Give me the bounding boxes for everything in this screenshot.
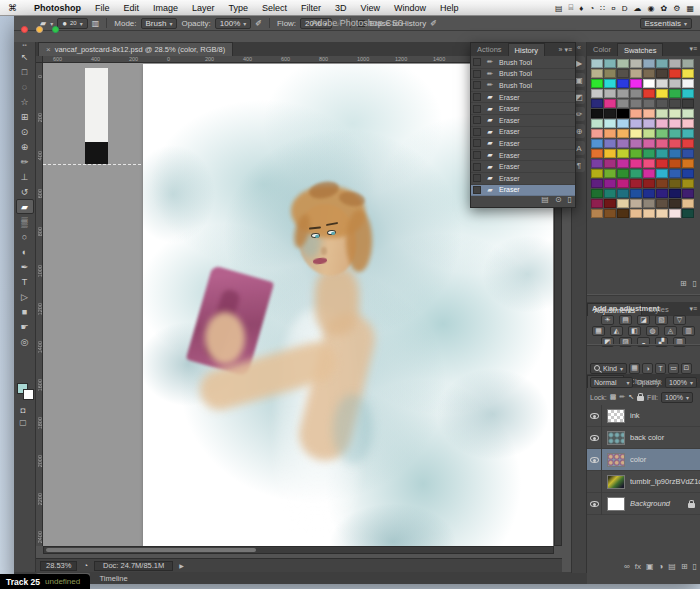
color-swatch[interactable] [591,79,603,88]
color-swatch[interactable] [630,199,642,208]
color-swatch[interactable] [604,139,616,148]
path-selection-tool[interactable]: ▷ [16,289,34,304]
layer-visibility-toggle[interactable] [587,427,602,449]
color-swatch[interactable] [682,179,694,188]
d-icon[interactable]: D [622,4,628,13]
color-swatch[interactable] [617,99,629,108]
color-swatch[interactable] [656,109,668,118]
move-tool[interactable]: ↖ [16,49,34,64]
color-swatch[interactable] [656,99,668,108]
color-swatch[interactable] [617,59,629,68]
color-swatch[interactable] [682,149,694,158]
lock-position-icon[interactable]: ↖ [628,393,634,401]
vertical-ruler[interactable]: 0200400600800100012001400160018002000220… [36,63,43,546]
brush-tool[interactable]: ✏ [16,154,34,169]
layer-visibility-toggle[interactable] [587,471,602,493]
new-swatch-icon[interactable]: ⊞ [680,279,687,288]
history-source-checkbox[interactable] [473,58,481,66]
filter-adjustment-icon[interactable]: ◑ [642,363,653,374]
shape-tool[interactable]: ■ [16,304,34,319]
color-swatch[interactable] [643,199,655,208]
hue-saturation-icon[interactable]: ▦ [592,326,605,336]
history-source-checkbox[interactable] [473,70,481,78]
color-swatch[interactable] [669,89,681,98]
color-swatch[interactable] [656,139,668,148]
menu-3d[interactable]: 3D [328,3,354,13]
layer-thumbnail[interactable] [607,475,625,489]
color-swatch[interactable] [656,169,668,178]
color-swatch[interactable] [669,169,681,178]
menu-filter[interactable]: Filter [294,3,328,13]
history-source-checkbox[interactable] [473,139,481,147]
document-tab[interactable]: × vancaf_postcard-8x12.psd @ 28.5% (colo… [38,42,233,56]
color-swatch[interactable] [643,179,655,188]
color-swatch[interactable] [682,129,694,138]
color-swatch[interactable] [591,109,603,118]
flower-icon[interactable]: ✿ [661,4,668,13]
adjustment-layer-icon[interactable]: ◑ [658,562,663,571]
color-swatch[interactable] [656,159,668,168]
history-state[interactable]: ✏Brush Tool [471,69,575,81]
swatches-panel-menu-icon[interactable]: ▾≡ [689,45,697,53]
layer-row[interactable]: tumblr_lp90rzBVdZ1qfw6... [587,471,700,493]
eyedropper-tool[interactable]: ⊙ [16,124,34,139]
color-swatch[interactable] [604,79,616,88]
color-swatch[interactable] [656,69,668,78]
color-swatch[interactable] [656,129,668,138]
menu-select[interactable]: Select [255,3,294,13]
history-source-checkbox[interactable] [473,128,481,136]
apple-menu-icon[interactable]: ⌘ [8,3,17,13]
history-source-checkbox[interactable] [473,163,481,171]
new-document-from-state-icon[interactable]: ▤ [541,195,549,204]
delete-state-icon[interactable]: ▯ [568,195,572,204]
color-swatch[interactable] [630,109,642,118]
color-swatch[interactable] [604,169,616,178]
swatches-tab-swatches[interactable]: Swatches [617,43,664,56]
layer-visibility-toggle[interactable] [587,449,602,471]
menu-layer[interactable]: Layer [185,3,222,13]
crop-tool[interactable]: ⊞ [16,109,34,124]
color-swatch[interactable] [669,69,681,78]
layer-thumbnail[interactable] [607,409,625,423]
color-swatch[interactable] [682,119,694,128]
display-icon[interactable]: ⌸ [569,3,574,13]
channel-mixer-icon[interactable]: ◬ [664,326,677,336]
cloud-icon[interactable]: ☁ [634,4,642,13]
layer-row[interactable]: ink [587,405,700,427]
color-swatch[interactable] [604,129,616,138]
color-swatch[interactable] [669,129,681,138]
color-swatch[interactable] [591,59,603,68]
color-swatch[interactable] [591,129,603,138]
curves-icon[interactable]: ◪ [637,315,650,325]
color-swatch[interactable] [630,149,642,158]
menu-file[interactable]: File [88,3,117,13]
levels-icon[interactable]: ▤ [619,315,632,325]
color-swatch[interactable] [630,69,642,78]
key-icon[interactable]: ¤ [611,4,615,13]
color-swatch[interactable] [617,79,629,88]
users-icon[interactable]: ∷ [600,4,605,13]
printer-icon[interactable]: ▦ [686,4,694,13]
color-swatch[interactable] [630,99,642,108]
filter-smart-object-icon[interactable]: ⊡ [681,363,692,374]
new-layer-icon[interactable]: ⊞ [681,562,688,571]
color-swatch[interactable] [682,109,694,118]
color-swatch[interactable] [643,209,655,218]
pen-tool[interactable]: ✒ [16,259,34,274]
layer-thumbnail[interactable] [607,497,625,511]
color-swatch[interactable] [643,99,655,108]
color-swatch[interactable] [617,139,629,148]
history-state[interactable]: ▰Eraser [471,150,575,162]
color-swatch[interactable] [656,199,668,208]
exposure-icon[interactable]: ▧ [655,315,668,325]
color-swatch[interactable] [643,79,655,88]
color-swatch[interactable] [656,79,668,88]
new-snapshot-icon[interactable]: ⊙ [555,195,562,204]
color-swatch[interactable] [604,119,616,128]
history-source-checkbox[interactable] [473,174,481,182]
screen-mode-button[interactable]: ▢ [14,418,32,427]
color-swatch[interactable] [643,159,655,168]
color-swatch[interactable] [604,99,616,108]
layer-thumbnail[interactable] [607,431,625,445]
layer-group-icon[interactable]: ▤ [668,562,676,571]
